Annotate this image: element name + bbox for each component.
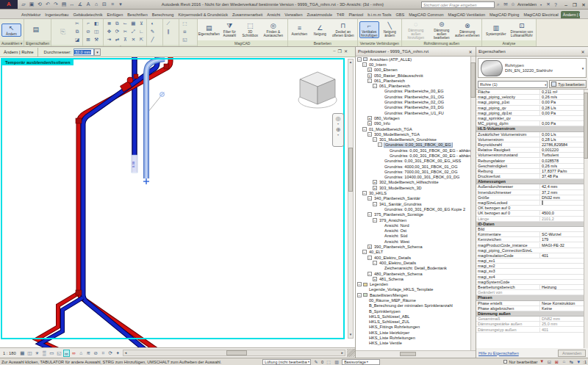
tree-item-ansicht-west[interactable]: Ansicht: West [356, 239, 476, 244]
mirror-icon[interactable]: ⇄ [113, 36, 121, 43]
select-underlay-icon[interactable]: ⌂ [561, 359, 567, 364]
scroll-down-icon[interactable]: ▼ [348, 332, 353, 338]
tab-magicad-common[interactable]: MagiCAD Common [406, 11, 445, 18]
property-value[interactable]: Heizung [539, 285, 588, 289]
property-value[interactable]: 0,00 Pa [539, 111, 588, 115]
property-group-id-daten[interactable]: ID-Daten≡ [476, 222, 588, 227]
tree-item-bauteillisten-mengen[interactable]: −Bauteillisten/Mengen [356, 292, 476, 297]
tree-item-grundriss-0-00-301-fbok-00-eg[interactable]: −Grundriss: 0,00_301_FBOK_00_EG [356, 142, 476, 148]
property-value[interactable]: 0,211 m² [539, 90, 588, 94]
property-value[interactable]: 0,28 L/s [539, 106, 588, 110]
text-icon[interactable]: A [85, 1, 92, 8]
paint-icon[interactable]: ◧ [93, 20, 100, 27]
worksets-dialog-icon[interactable]: ⬚ [326, 359, 331, 364]
property-value[interactable]: Turbulent [539, 153, 588, 157]
collapse-icon[interactable]: − [378, 142, 382, 147]
rotate-icon[interactable]: ⟳ [113, 28, 121, 35]
tab-ändern-rohre[interactable]: Ändern | Rohre [561, 11, 580, 18]
properties-vscrollbar[interactable] [584, 90, 588, 348]
property-group-dämmung-außen[interactable]: Dämmung außen≡ [476, 311, 588, 317]
tree-item-hkls-schlüssel-abl[interactable]: HKLS_Schlüssel_ABL [356, 314, 476, 319]
displace-icon[interactable]: ⌗ [100, 350, 107, 357]
cut-icon[interactable]: ✂ [74, 20, 81, 27]
zoom-icon[interactable]: ⊕ [336, 126, 341, 133]
scroll-left-icon[interactable]: ◄ [124, 350, 127, 355]
tree-item-400-elektro-details[interactable]: −400_Elektro_Details [356, 255, 476, 260]
type-selector-caret-icon[interactable]: ▾ [580, 66, 586, 71]
copy-tool-icon[interactable]: ⧉ [113, 20, 121, 27]
property-value[interactable] [539, 200, 588, 205]
property-value[interactable]: Neue Konstruktion [539, 301, 588, 306]
property-group-phasen[interactable]: Phasen≡ [476, 295, 588, 300]
search-icon[interactable]: ⌕ [495, 1, 502, 7]
collapse-icon[interactable]: − [373, 137, 377, 142]
ribbon-group-label-analyse[interactable]: Analyse [482, 40, 536, 46]
apply-button[interactable]: Anwenden [558, 350, 586, 357]
expand-icon[interactable]: + [373, 180, 377, 184]
property-value[interactable]: 0,028578 [539, 159, 588, 163]
project-browser-hscroll-thumb[interactable] [400, 352, 416, 356]
expand-icon[interactable]: + [368, 68, 372, 72]
split-icon[interactable]: ✂ [121, 28, 129, 35]
trim-corner-icon[interactable]: ∟ [137, 28, 145, 35]
align-pipes-button[interactable]: ≡Ausrichten [290, 24, 309, 36]
match-properties-icon[interactable]: ◪ [74, 36, 81, 43]
size-duct-pipe-button[interactable]: ⊡Dimension von Luftkanal/Rohr [509, 22, 534, 37]
tab-körpermodell-grundstück[interactable]: Körpermodell & Grundstück [176, 11, 230, 18]
tree-item-ansicht-ost[interactable]: Ansicht: Ost [356, 228, 476, 234]
refresh-icon[interactable]: ⟳ [107, 350, 114, 357]
wheel-caret-icon[interactable]: ▾ [337, 123, 339, 126]
ribbon-group-label-eigenschaften[interactable]: Eigenschaften [24, 40, 51, 46]
tree-item-300-modellbereich-tga[interactable]: −300_Modellbereich_TGA [356, 131, 476, 137]
collapse-icon[interactable]: − [362, 127, 367, 131]
move-icon[interactable]: ✥ [105, 28, 112, 35]
close-button[interactable]: ✕ [579, 1, 588, 9]
tree-item-090-info[interactable]: +090_Info [356, 121, 476, 126]
system-inspector-button[interactable]: ▥Systemprüfer [484, 24, 509, 36]
sync-icon[interactable]: ⟲ [36, 1, 43, 8]
properties-vscroll-thumb[interactable] [584, 93, 588, 159]
properties-close-icon[interactable]: ✕ [580, 49, 586, 54]
detail-level-icon[interactable]: ▦ [19, 350, 26, 357]
tree-item-340-planbereich-sanitär[interactable]: −340_Planbereich_Sanitär [356, 196, 476, 201]
tree-item-grundriss-planbereiche-01-og[interactable]: Grundriss: Planbereiche_01_OG [356, 94, 476, 99]
application-menu-button[interactable]: A [0, 0, 18, 9]
analytical-model-icon[interactable]: ≋ [85, 350, 92, 357]
signin-caret-icon[interactable]: ▾ [537, 3, 545, 7]
tree-item-grundriss-10400-00-301-fbok-03-dg[interactable]: Grundriss: 10400,00_301_FBOK_03_DG [356, 175, 476, 180]
undo-icon[interactable]: ↶ [44, 1, 51, 8]
tab-beschriften[interactable]: Beschriften [125, 11, 150, 18]
collapse-icon[interactable]: − [368, 256, 372, 260]
create-parts-icon[interactable]: ◱ [181, 36, 188, 43]
property-value[interactable]: 37,48 Pa [539, 174, 588, 178]
tab-magicad-ventilation[interactable]: MagiCAD Ventilation [446, 11, 487, 18]
collapse-icon[interactable]: − [368, 79, 372, 83]
change-slope-button[interactable]: ╲Neigung ändern [380, 22, 400, 37]
exclude-options-icon[interactable]: ▼ [539, 359, 545, 364]
measure-tool-icon[interactable]: ⟋ [165, 20, 172, 27]
delete-icon[interactable]: ✕ [129, 36, 137, 43]
property-value[interactable]: 0,28 L/s [539, 137, 588, 142]
tab-ingenieurbau[interactable]: Ingenieurbau [43, 11, 71, 18]
design-options-dialog-icon[interactable]: ▥ [334, 359, 340, 364]
help-icon[interactable]: ? [552, 2, 559, 7]
tree-item-375-planbereich-sonstige[interactable]: −375_Planbereich_Sonstige [356, 212, 476, 217]
create-group-icon[interactable]: ⬚ [181, 20, 188, 27]
split-face-icon[interactable]: ◫ [93, 28, 100, 35]
crop-view-icon[interactable]: ▭ [49, 350, 55, 357]
property-value[interactable]: DN32 mm [539, 195, 588, 200]
collapse-icon[interactable]: − [373, 218, 377, 223]
collapse-icon[interactable]: − [357, 282, 362, 286]
find-replace-button[interactable]: ◎Finden & Austauschen [261, 22, 286, 37]
dimension-tool-icon[interactable]: ∥ [165, 28, 172, 35]
tree-item-legende-vorlage-hkls-template[interactable]: Legende_Vorlage_HKLS_Template [356, 287, 476, 292]
trim-icon[interactable]: ⌙ [121, 20, 129, 27]
signin-button[interactable]: Anmelden [517, 2, 537, 7]
tree-item-hks-liste-rohrleitungen[interactable]: HKS_Liste Rohrleitungen [356, 335, 476, 340]
show-crop-icon[interactable]: ◱ [56, 350, 62, 357]
tree-item-400-elektro-details[interactable]: −400_Elektro_Details [356, 260, 476, 265]
tree-item-ansicht-süd[interactable]: Ansicht: Süd [356, 234, 476, 239]
tree-item-hkls-schlüssel-zul[interactable]: HKLS_Schlüssel_ZUL [356, 319, 476, 325]
expand-icon[interactable]: + [368, 245, 372, 249]
workset-caret-icon[interactable]: ▾ [307, 360, 310, 364]
